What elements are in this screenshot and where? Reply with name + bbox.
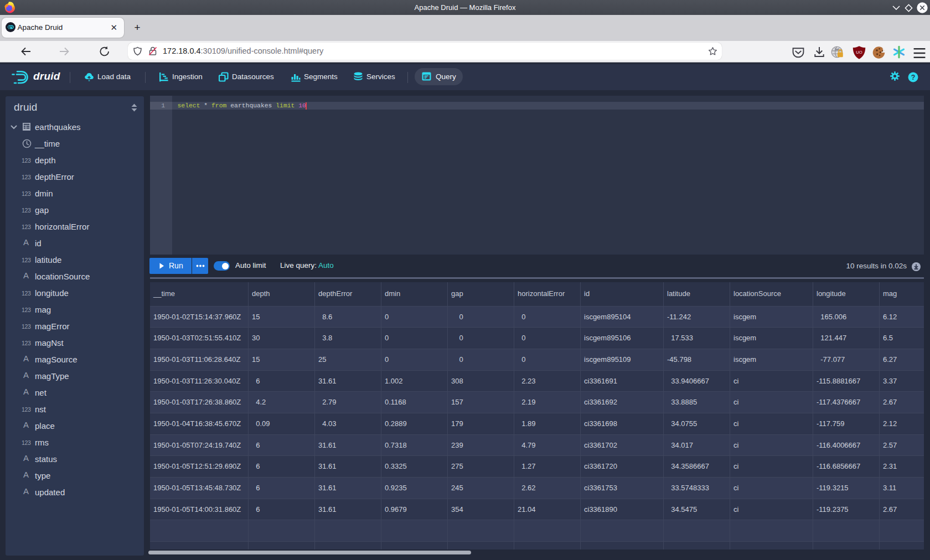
svg-text:UO: UO	[856, 50, 862, 55]
svg-text:?: ?	[911, 74, 916, 81]
